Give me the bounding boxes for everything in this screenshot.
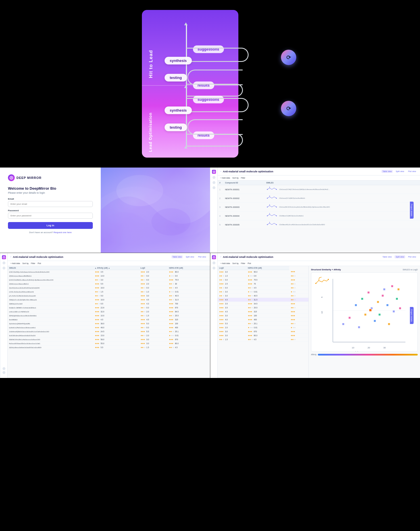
herg-cell: ★★★ 700 bbox=[167, 302, 210, 306]
filter-btn-1[interactable]: Filter bbox=[241, 177, 245, 179]
sidebar-nav-1[interactable] bbox=[213, 176, 215, 179]
table-row: Nc3cccDO3cwc3Dc1cc3c3ccc1ccc1c3e1 ★★★ 55… bbox=[8, 342, 210, 346]
plot-view-btn-3[interactable]: Plot view bbox=[407, 255, 417, 258]
lead-optimisation-label: Lead Optimisation bbox=[148, 89, 153, 152]
panels-row-2: ‹ Anti-malarial small molecule optimisat… bbox=[0, 253, 420, 378]
table-view-btn-3[interactable]: Table view bbox=[381, 255, 393, 258]
herg-split-cell: ★★★ bbox=[289, 270, 308, 274]
svg-text:10: 10 bbox=[321, 311, 323, 313]
plot-btn-3[interactable]: Plot bbox=[247, 262, 251, 264]
sidebar-nav-6[interactable] bbox=[213, 262, 215, 264]
data-toolbar-3: + Add data Sort by Filter Plot bbox=[218, 261, 420, 266]
table-row: 1 NEWTK-000001 C0c1ccc(CCN(CC0c1cn(c1)NG… bbox=[218, 185, 420, 194]
password-input[interactable] bbox=[8, 213, 93, 219]
affinity-split-cell: ★★★ 1.0 bbox=[218, 274, 246, 278]
affinity-bar-label: Affinity bbox=[311, 354, 316, 356]
arrow-top bbox=[184, 22, 188, 25]
node-suggestions-2: suggestions bbox=[193, 96, 224, 103]
filter-btn-2[interactable]: Filter bbox=[31, 262, 35, 264]
testing-pill-1: testing bbox=[165, 74, 187, 81]
logd-cell: ★★★ 3.0 bbox=[139, 294, 168, 298]
logd-cell: ★★★ 2.0 bbox=[139, 270, 168, 274]
herg-split-cell: ★★★ bbox=[289, 314, 308, 318]
sidebar-nav-4[interactable] bbox=[3, 262, 5, 264]
add-data-btn-3[interactable]: + Add data bbox=[220, 262, 230, 264]
svg-text:10: 10 bbox=[352, 346, 354, 349]
sidebar-nav-2[interactable] bbox=[213, 181, 215, 184]
herg-cell: ★★★ 80.0 bbox=[167, 342, 210, 346]
table-row: X0t0j1cO+c3c1kA3jN+03n+0Mcss21 ★★★ 16.0 … bbox=[8, 298, 210, 302]
herg-split-cell: ★★★ bbox=[289, 330, 308, 334]
logd-split-cell: ★★★ 400 bbox=[246, 318, 289, 322]
project-details-tab-3[interactable]: Project details bbox=[410, 307, 414, 324]
table-row: Jc3c8cnc0QNc0c3cccc3c3csDCc1cC3c5c3nZcc1… bbox=[8, 330, 210, 334]
add-data-btn-2[interactable]: + Add data bbox=[10, 262, 20, 264]
affinity-cell: ★★★ 14.0 bbox=[93, 274, 139, 278]
affinity-split-cell: ★★★ 3.0 bbox=[218, 330, 246, 334]
affinity-cell: ★★★ 3.0 bbox=[93, 278, 139, 282]
smiles-cell-2: 6mA8B2k3 bbox=[8, 318, 93, 322]
herg-split-cell: ★★★ bbox=[289, 274, 308, 278]
table-row: ★★★ 3.0 ★★★ 90.0 ★★★ bbox=[218, 270, 308, 274]
smiles-cell-2: 3(c0c0c1cQN0k4F0Qck2B1 bbox=[8, 322, 93, 326]
smiles-cell: C0c1ccc(CC1(MC0)c1cc5cc8k2c1 bbox=[264, 194, 420, 203]
table-row: ★★★ 3.5 ★★★ 25.5 ★★★ bbox=[218, 306, 308, 310]
affinity-cell: ★★★ 4.5 bbox=[93, 318, 139, 322]
login-button[interactable]: Log In bbox=[8, 222, 93, 229]
split-view-btn-2[interactable]: Split view bbox=[184, 255, 195, 258]
register-link[interactable]: Request one here bbox=[54, 231, 72, 234]
plot-view-btn-1[interactable]: Plot view bbox=[407, 170, 417, 173]
sidebar-nav-3[interactable] bbox=[213, 186, 215, 189]
plot-view-btn-2[interactable]: Plot view bbox=[197, 255, 207, 258]
table-row: 3c3C00c3mc3N3cnc0cl3cDC5cDO ★★★ 15.0 ★★★… bbox=[8, 334, 210, 338]
svg-line-20 bbox=[270, 206, 272, 207]
plot-btn-2[interactable]: Plot bbox=[37, 262, 41, 264]
col-smiles: SMILES bbox=[264, 181, 420, 185]
table-row: ★★★ 4.5 ★★★ 31.5 ★★★ bbox=[218, 298, 308, 302]
sidebar-settings-2[interactable] bbox=[3, 371, 5, 374]
herg-split-cell: ★★★ bbox=[289, 290, 308, 294]
sort-btn-3[interactable]: Sort by bbox=[232, 262, 239, 264]
logd-split-cell: ★★★ 670 bbox=[246, 330, 289, 334]
project-details-tab-1[interactable]: Project details bbox=[410, 202, 414, 219]
table-row: ★★★ 3.0 ★★★ 100 ★★★ bbox=[218, 314, 308, 318]
herg-split-cell: ★★★ bbox=[289, 278, 308, 282]
scatter-plot: 10 5 10 20 30 bbox=[311, 272, 418, 352]
affinity-cell: ★★★ 48.0 bbox=[93, 326, 139, 330]
logd-split-cell: ★★★ 0.6 bbox=[246, 274, 289, 278]
table-container-1: # Compound ID SMILES 1 NEWTK-000001 bbox=[218, 181, 420, 253]
sidebar-settings-1[interactable] bbox=[3, 367, 5, 370]
table-view-btn-1[interactable]: Table view bbox=[381, 170, 393, 173]
sort-btn-1[interactable]: Sort by bbox=[232, 177, 239, 179]
data-panel-3: ‹ Anti-malarial small molecule optimisat… bbox=[210, 253, 420, 378]
data-panel-main-1: ‹ Anti-malarial small molecule optimisat… bbox=[218, 168, 420, 253]
herg-split-cell: ★★★ bbox=[289, 286, 308, 290]
logd-cell: ★★★ 1.5 bbox=[139, 314, 168, 318]
sidebar-nav-5[interactable] bbox=[3, 267, 5, 269]
split-view-btn-3[interactable]: Split view bbox=[394, 255, 405, 258]
table-row: 0c0j0c3+1M0MO+Cc0ckc3c3D0cc1 ★★★ 22.6 ★★… bbox=[8, 306, 210, 310]
compound-id: NEWTK-000003 bbox=[223, 203, 264, 212]
logd-cell: ★★★ 3.0 bbox=[139, 342, 168, 346]
affinity-cell: ★★★ 38.0 bbox=[93, 322, 139, 326]
row-num: 3 bbox=[218, 203, 223, 212]
herg-cell: ★★★ 0.6 bbox=[167, 274, 210, 278]
svg-point-39 bbox=[276, 224, 277, 225]
synthesis-pill-2: synthesis bbox=[165, 106, 192, 114]
svg-line-6 bbox=[270, 188, 272, 189]
sidebar-nav-7[interactable] bbox=[213, 267, 215, 269]
table-row: ★★★ 3.0 ★★★ 40.5 ★★★ bbox=[218, 294, 308, 298]
herg-split-cell: ★★★ bbox=[289, 310, 308, 314]
logd-cell: ★★★ 1.5 bbox=[139, 346, 168, 350]
add-data-btn-1[interactable]: + Add data bbox=[220, 177, 230, 179]
split-view-btn-1[interactable]: Split view bbox=[394, 170, 405, 173]
email-input[interactable] bbox=[8, 201, 93, 207]
sort-btn-2[interactable]: Sort by bbox=[22, 262, 29, 264]
table-view-btn-2[interactable]: Table view bbox=[171, 255, 183, 258]
smiles-cell-2: p4.c4cN+Oc3Nc3m3ck2cc3csss3O bbox=[8, 294, 93, 298]
herg-split-cell: ★★★ bbox=[289, 306, 308, 310]
logd-cell: ★★★ 0.0 bbox=[139, 286, 168, 290]
filter-btn-3[interactable]: Filter bbox=[241, 262, 245, 264]
arc-1 bbox=[186, 48, 249, 62]
svg-line-35 bbox=[272, 223, 274, 225]
